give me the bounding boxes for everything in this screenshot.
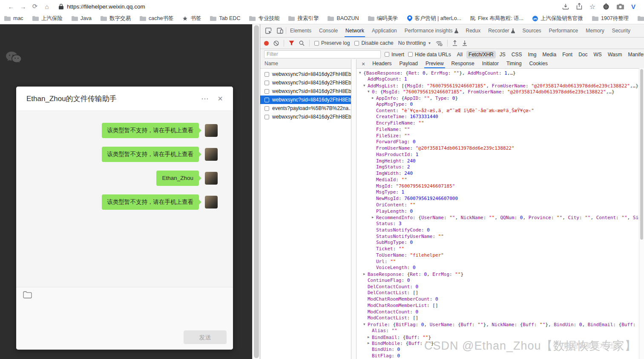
devtools-tab-sources[interactable]: Sources bbox=[519, 24, 545, 37]
bookmark-item[interactable]: 编码美学 bbox=[368, 15, 398, 22]
devtools-tab-elements[interactable]: Elements bbox=[286, 24, 315, 37]
invert-checkbox[interactable] bbox=[385, 52, 389, 57]
url-field[interactable]: https://filehelper.weixin.qq.com bbox=[59, 3, 562, 10]
json-expander[interactable]: ▼ bbox=[368, 89, 372, 95]
bookmark-item[interactable]: 上汽保险销售官微 bbox=[532, 15, 583, 22]
bookmark-item[interactable]: Java bbox=[72, 15, 92, 21]
request-checkbox[interactable] bbox=[264, 98, 269, 102]
filter-pill-media[interactable]: Media bbox=[540, 51, 558, 58]
devtools-tab-memory[interactable]: Memory bbox=[582, 24, 608, 37]
bookmark-item[interactable]: 数字交易 bbox=[101, 15, 131, 22]
filter-pill-wasm[interactable]: Wasm bbox=[606, 51, 624, 58]
detail-tab-initiator[interactable]: Initiator bbox=[478, 59, 503, 68]
bookmark-item[interactable]: 1907待整理 bbox=[592, 15, 629, 22]
json-expander[interactable]: ▼ bbox=[363, 321, 368, 328]
json-expander[interactable]: ▼ bbox=[359, 70, 363, 76]
request-row[interactable]: webwxsync?sid=li8416dy2FhH8Eb… bbox=[260, 96, 351, 104]
inspect-element-icon[interactable] bbox=[263, 28, 274, 34]
disable-cache-toggle[interactable]: Disable cache bbox=[354, 40, 393, 46]
v-extension-icon[interactable]: V bbox=[631, 3, 635, 10]
filter-pill-css[interactable]: CSS bbox=[509, 51, 524, 58]
bookmark-item[interactable]: cache书签 bbox=[140, 15, 173, 22]
network-conditions-icon[interactable] bbox=[436, 41, 443, 46]
name-column-header[interactable]: Name bbox=[260, 59, 351, 69]
preview-scrollbar[interactable] bbox=[639, 68, 644, 359]
hide-data-urls-checkbox[interactable] bbox=[408, 52, 413, 57]
request-row[interactable]: webwxsync?sid=li8416dy2FhH8Eb… bbox=[260, 70, 351, 78]
stopwatch-extension-icon[interactable] bbox=[603, 3, 610, 10]
filter-pill-doc[interactable]: Doc bbox=[576, 51, 589, 58]
json-expander[interactable]: ▶ bbox=[363, 271, 368, 278]
filter-pill-manifest[interactable]: Manifest bbox=[626, 51, 644, 58]
close-detail-icon[interactable]: × bbox=[358, 61, 368, 67]
devtools-tab-network[interactable]: Network bbox=[342, 24, 368, 37]
filter-pill-img[interactable]: Img bbox=[526, 51, 538, 58]
message-input-area[interactable]: 发送 bbox=[16, 287, 233, 350]
filter-pill-js[interactable]: JS bbox=[497, 51, 508, 58]
close-icon[interactable]: × bbox=[218, 94, 223, 103]
record-icon[interactable] bbox=[264, 41, 269, 46]
request-checkbox[interactable] bbox=[264, 115, 269, 119]
devtools-tab-redux[interactable]: Redux bbox=[462, 24, 485, 37]
json-expander[interactable]: ▶ bbox=[372, 95, 376, 101]
bookmark-item[interactable]: Tab EDC bbox=[210, 15, 240, 21]
name-pane-scrollbar[interactable] bbox=[351, 59, 356, 359]
bookmark-item[interactable]: mac bbox=[4, 15, 23, 21]
install-icon[interactable] bbox=[562, 3, 569, 10]
json-expander[interactable]: ▶ bbox=[368, 340, 372, 347]
filter-pill-fetch-xhr[interactable]: Fetch/XHR bbox=[466, 51, 496, 58]
filter-funnel-icon[interactable] bbox=[289, 41, 294, 46]
request-row[interactable]: webwxsync?sid=li8416dy2FhH8Eb… bbox=[260, 113, 351, 121]
preserve-log-checkbox[interactable] bbox=[314, 41, 319, 46]
home-icon[interactable]: ⌂ bbox=[41, 3, 53, 10]
export-har-icon[interactable] bbox=[462, 40, 467, 46]
hide-data-urls-toggle[interactable]: Hide data URLs bbox=[408, 52, 451, 58]
request-row[interactable]: events?payload=%5B%7B%22na… bbox=[260, 104, 351, 113]
bookmark-item[interactable]: 客户营销 | afterLo... bbox=[407, 15, 462, 22]
device-toolbar-icon[interactable] bbox=[274, 28, 286, 34]
devtools-tab-application[interactable]: Application bbox=[368, 24, 401, 37]
filter-pill-ws[interactable]: WS bbox=[592, 51, 604, 58]
detail-tab-response[interactable]: Response bbox=[448, 59, 478, 68]
reload-icon[interactable]: ⟳ bbox=[29, 3, 41, 10]
devtools-tab-security[interactable]: Security bbox=[608, 24, 634, 37]
search-icon[interactable] bbox=[299, 41, 305, 46]
request-row[interactable]: webwxsync?sid=li8416dy2FhH8Eb… bbox=[260, 87, 351, 96]
bookmark-star-icon[interactable]: ☆ bbox=[589, 3, 595, 11]
share-icon[interactable] bbox=[576, 3, 582, 10]
more-options-icon[interactable]: ⋯ bbox=[201, 95, 208, 102]
bookmark-item[interactable]: 阮Flex 布局教程: 语... bbox=[470, 15, 523, 22]
request-checkbox[interactable] bbox=[264, 106, 269, 111]
bookmark-item[interactable]: BAOZUN bbox=[328, 15, 359, 21]
request-checkbox[interactable] bbox=[264, 89, 269, 94]
bookmark-item[interactable]: 1908待整理 bbox=[638, 15, 644, 22]
attach-folder-icon[interactable] bbox=[23, 291, 32, 298]
filter-pill-font[interactable]: Font bbox=[560, 51, 575, 58]
send-button[interactable]: 发送 bbox=[184, 330, 227, 344]
devtools-tab-console[interactable]: Console bbox=[315, 24, 342, 37]
filter-input[interactable]: Filter bbox=[264, 50, 381, 58]
bookmark-item[interactable]: 书签 bbox=[182, 15, 201, 22]
json-expander[interactable]: ▼ bbox=[363, 83, 368, 89]
devtools-tab-performance-insights[interactable]: Performance insights bbox=[401, 24, 462, 37]
filter-pill-all[interactable]: All bbox=[455, 51, 465, 58]
page-scrollbar-thumb[interactable] bbox=[254, 25, 259, 358]
devtools-tab-recorder[interactable]: Recorder bbox=[484, 24, 518, 37]
bookmark-item[interactable]: 搜索引擎 bbox=[288, 15, 319, 22]
back-icon[interactable]: ← bbox=[5, 3, 17, 10]
invert-toggle[interactable]: Invert bbox=[385, 52, 404, 58]
request-checkbox[interactable] bbox=[264, 81, 269, 85]
detail-tab-timing[interactable]: Timing bbox=[503, 59, 526, 68]
detail-tab-payload[interactable]: Payload bbox=[396, 59, 422, 68]
bookmark-item[interactable]: 上汽保险 bbox=[32, 15, 63, 22]
disable-cache-checkbox[interactable] bbox=[354, 41, 359, 46]
preserve-log-toggle[interactable]: Preserve log bbox=[314, 40, 350, 46]
import-har-icon[interactable] bbox=[452, 40, 457, 46]
devtools-tab-performance[interactable]: Performance bbox=[545, 24, 582, 37]
json-expander[interactable]: ▶ bbox=[372, 214, 376, 221]
page-scrollbar[interactable] bbox=[252, 24, 260, 359]
json-expander[interactable]: ▶ bbox=[368, 334, 372, 341]
forward-icon[interactable]: → bbox=[17, 3, 29, 10]
request-row[interactable]: webwxsync?sid=li8416dy2FhH8Eb… bbox=[260, 78, 351, 87]
request-checkbox[interactable] bbox=[264, 72, 269, 77]
